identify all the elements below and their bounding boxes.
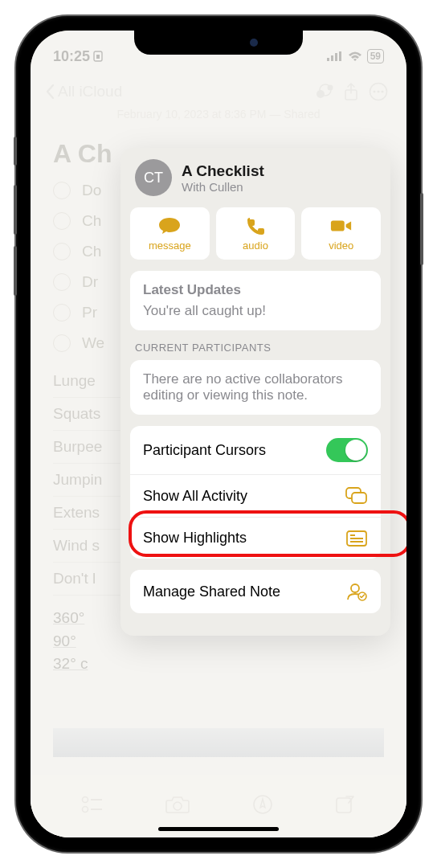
popover-subtitle: With Cullen [182,180,264,194]
video-icon [330,217,353,235]
notch [134,31,303,55]
video-button[interactable]: video [301,207,381,260]
highlights-icon [345,530,368,547]
svg-point-21 [351,584,359,592]
participants-card: There are no active collaborators editin… [130,360,381,415]
participants-label: CURRENT PARTICIPANTS [135,342,376,354]
participants-text: There are no active collaborators editin… [143,371,368,403]
row-label: Show Highlights [143,530,247,547]
phone-icon [244,217,267,235]
manage-icon [345,582,368,601]
manage-shared-note-row[interactable]: Manage Shared Note [130,570,381,613]
message-button[interactable]: message [130,207,210,260]
collaboration-popover: CT A Checklist With Cullen message [120,148,390,636]
updates-text: You're all caught up! [143,303,368,319]
home-indicator[interactable] [158,827,279,831]
audio-button[interactable]: audio [216,207,296,260]
activity-icon [345,487,368,505]
svg-rect-16 [352,493,366,503]
participant-cursors-row[interactable]: Participant Cursors [130,426,381,474]
action-label: video [329,240,353,252]
avatar: CT [135,159,172,196]
updates-title: Latest Updates [143,282,368,298]
toggle-switch[interactable] [326,438,368,462]
updates-card: Latest Updates You're all caught up! [130,271,381,330]
svg-rect-14 [331,220,345,231]
row-label: Participant Cursors [143,442,266,459]
row-label: Manage Shared Note [143,583,280,600]
popover-title: A Checklist [182,162,264,180]
show-all-activity-row[interactable]: Show All Activity [130,474,381,517]
show-highlights-row[interactable]: Show Highlights [130,517,381,559]
message-icon [158,217,181,235]
action-label: message [149,240,191,252]
row-label: Show All Activity [143,488,247,505]
action-label: audio [243,240,268,252]
